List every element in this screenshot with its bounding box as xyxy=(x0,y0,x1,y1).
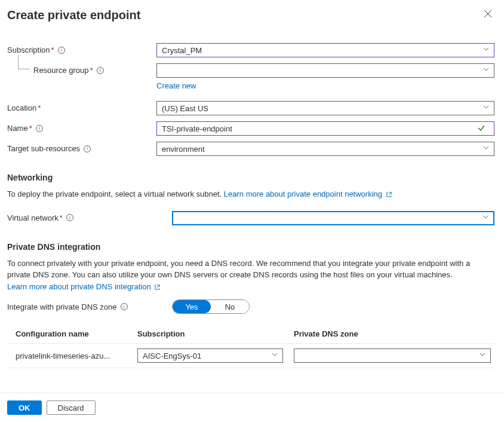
external-link-icon xyxy=(386,189,392,201)
dns-description-text: To connect privately with your private e… xyxy=(7,259,470,280)
required-indicator: * xyxy=(90,66,93,75)
location-select[interactable]: (US) East US xyxy=(156,101,494,115)
create-new-link[interactable]: Create new xyxy=(156,81,196,90)
table-row: privatelink-timeseries-azu... AISC-EngSy… xyxy=(7,344,494,368)
dns-config-table: Configuration name Subscription Private … xyxy=(7,326,494,368)
dns-learn-more-link[interactable]: Learn more about private DNS integration xyxy=(7,282,161,291)
chevron-down-icon xyxy=(483,215,488,221)
info-icon[interactable]: i xyxy=(66,214,73,221)
networking-description-text: To deploy the private endpoint, select a… xyxy=(7,189,222,198)
info-icon[interactable]: i xyxy=(84,145,91,152)
external-link-icon xyxy=(154,282,161,294)
dns-learn-more-text: Learn more about private DNS integration xyxy=(7,282,151,291)
required-indicator: * xyxy=(38,103,41,112)
info-icon[interactable]: i xyxy=(97,67,104,74)
required-indicator: * xyxy=(51,45,54,54)
ok-button[interactable]: OK xyxy=(7,400,42,415)
page-title: Create private endpoint xyxy=(7,8,140,22)
chevron-down-icon xyxy=(483,146,489,152)
dns-section-title: Private DNS integration xyxy=(7,242,494,252)
discard-button[interactable]: Discard xyxy=(47,400,96,415)
chevron-down-icon xyxy=(483,105,489,111)
integrate-dns-toggle[interactable]: Yes No xyxy=(172,299,250,314)
info-icon[interactable]: i xyxy=(58,47,65,54)
resource-group-select[interactable] xyxy=(156,63,494,78)
dns-subscription-value: AISC-EngSys-01 xyxy=(143,351,201,360)
location-value: (US) East US xyxy=(162,104,208,113)
target-sub-resources-label: Target sub-resources xyxy=(7,144,80,153)
chevron-down-icon xyxy=(272,353,278,359)
dns-zone-select[interactable] xyxy=(294,348,491,363)
target-sub-resources-select[interactable]: environment xyxy=(156,142,494,156)
config-name-cell: privatelink-timeseries-azu... xyxy=(16,351,137,360)
required-indicator: * xyxy=(29,124,32,133)
target-sub-resources-value: environment xyxy=(162,145,205,154)
virtual-network-select[interactable] xyxy=(172,211,494,225)
close-button[interactable] xyxy=(481,7,494,23)
location-label: Location xyxy=(7,103,36,112)
column-header-config: Configuration name xyxy=(16,329,137,338)
name-label: Name xyxy=(7,124,28,133)
required-indicator: * xyxy=(60,213,63,222)
column-header-subscription: Subscription xyxy=(137,329,294,338)
toggle-yes[interactable]: Yes xyxy=(173,300,211,313)
dns-subscription-select[interactable]: AISC-EngSys-01 xyxy=(137,348,283,363)
resource-group-label: Resource group xyxy=(33,66,89,75)
networking-learn-more-link[interactable]: Learn more about private endpoint networ… xyxy=(224,189,392,198)
info-icon[interactable]: i xyxy=(121,303,128,310)
chevron-down-icon xyxy=(483,68,489,74)
virtual-network-label: Virtual network xyxy=(7,213,59,222)
name-input[interactable]: TSI-private-endpoint xyxy=(156,121,494,136)
networking-section-title: Networking xyxy=(7,173,494,182)
close-icon xyxy=(484,10,492,18)
subscription-value: Crystal_PM xyxy=(162,46,202,55)
networking-description: To deploy the private endpoint, select a… xyxy=(7,188,494,201)
chevron-down-icon xyxy=(483,47,489,53)
networking-learn-more-text: Learn more about private endpoint networ… xyxy=(224,189,382,198)
column-header-zone: Private DNS zone xyxy=(294,329,494,338)
info-icon[interactable]: i xyxy=(36,125,43,132)
name-value: TSI-private-endpoint xyxy=(162,124,232,133)
subscription-label: Subscription xyxy=(7,45,50,54)
integrate-dns-label: Integrate with private DNS zone xyxy=(7,302,117,311)
subscription-select[interactable]: Crystal_PM xyxy=(156,43,494,57)
toggle-no[interactable]: No xyxy=(211,300,249,313)
checkmark-icon xyxy=(477,124,485,134)
chevron-down-icon xyxy=(480,353,485,359)
tree-connector xyxy=(18,55,30,69)
